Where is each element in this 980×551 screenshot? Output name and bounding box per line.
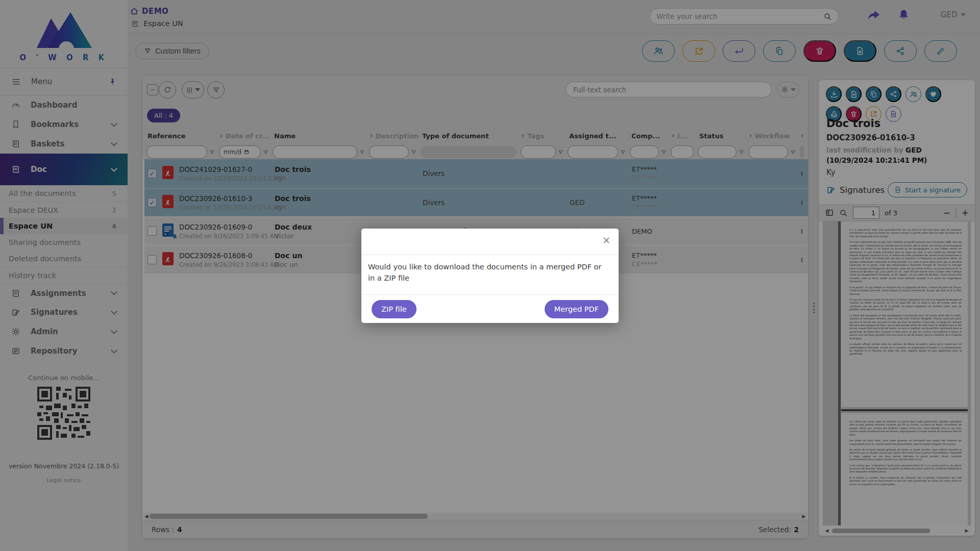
- modal-header: ✕: [361, 229, 619, 255]
- modal-message: Would you like to download the documents…: [361, 255, 619, 294]
- merged-pdf-button[interactable]: Merged PDF: [545, 300, 608, 318]
- close-icon[interactable]: ✕: [602, 236, 610, 245]
- zip-file-button[interactable]: ZIP file: [372, 300, 416, 318]
- modal-footer: ZIP file Merged PDF: [361, 294, 619, 323]
- download-choice-modal: ✕ Would you like to download the documen…: [361, 229, 619, 323]
